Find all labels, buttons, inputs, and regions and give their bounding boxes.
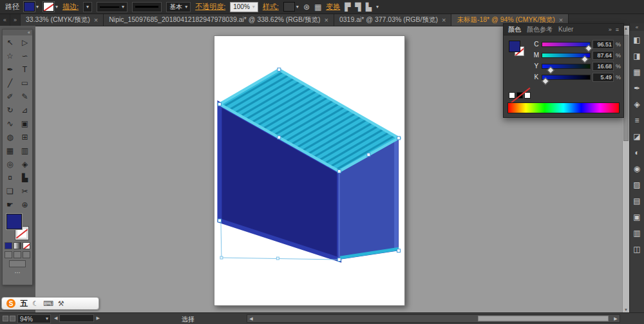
ime-mode-label[interactable]: 五 bbox=[20, 298, 28, 309]
color-slider-track[interactable] bbox=[542, 53, 591, 58]
next-artboard-icon[interactable]: ▶ bbox=[96, 316, 99, 321]
tab-color[interactable]: 颜色 bbox=[508, 25, 521, 34]
free-transform-tool[interactable]: ▣ bbox=[17, 117, 32, 130]
fill-color-swatch[interactable] bbox=[24, 2, 35, 12]
tab-kuler[interactable]: Kuler bbox=[558, 26, 573, 33]
selection-handle[interactable] bbox=[367, 153, 370, 157]
selection-handle[interactable] bbox=[397, 249, 401, 253]
transparency-panel-icon[interactable]: ◐ bbox=[634, 149, 639, 157]
pathfinder-panel-icon[interactable]: ◫ bbox=[633, 245, 640, 253]
selection-handle[interactable] bbox=[278, 136, 281, 139]
scale-tool[interactable]: ⊿ bbox=[17, 103, 32, 117]
panel-menu-icon[interactable]: ≡ bbox=[616, 26, 619, 33]
color-guide-panel-icon[interactable]: ◨ bbox=[633, 52, 640, 60]
blend-tool[interactable]: ◈ bbox=[17, 157, 32, 171]
lasso-tool[interactable]: ∽ bbox=[17, 49, 32, 62]
tab-color-guide[interactable]: 颜色参考 bbox=[527, 25, 553, 34]
none-swatch[interactable] bbox=[509, 92, 515, 99]
tab-close-icon[interactable]: × bbox=[442, 17, 446, 24]
width-tool[interactable]: ∿ bbox=[3, 117, 17, 130]
stroke-link[interactable]: 描边: bbox=[62, 2, 79, 12]
color-slider-track[interactable] bbox=[542, 64, 591, 69]
screen-mode-button[interactable] bbox=[9, 260, 26, 267]
align-panel-icon[interactable]: ▥ bbox=[633, 229, 640, 237]
color-slider-thumb[interactable] bbox=[542, 77, 549, 84]
fill-swatch[interactable] bbox=[509, 41, 520, 52]
document-setup-icon[interactable]: ▦ bbox=[314, 3, 321, 11]
selection-handle[interactable] bbox=[337, 170, 341, 173]
channel-value[interactable]: 96.51 bbox=[592, 40, 614, 49]
selection-handle[interactable] bbox=[218, 102, 221, 106]
color-slider-track[interactable] bbox=[542, 42, 591, 47]
hand-tool[interactable]: ☛ bbox=[3, 198, 17, 211]
gradient-panel-icon[interactable]: ◪ bbox=[633, 133, 640, 140]
channel-value[interactable]: 16.68 bbox=[592, 62, 614, 71]
color-spectrum-bar[interactable] bbox=[507, 102, 620, 113]
selection-tool[interactable]: ↖ bbox=[3, 35, 17, 49]
align-left-icon[interactable]: ▛ bbox=[345, 3, 350, 11]
white-swatch[interactable] bbox=[524, 92, 531, 99]
tab-close-icon[interactable]: × bbox=[559, 17, 563, 24]
fill-color-box[interactable] bbox=[6, 214, 22, 229]
moon-icon[interactable]: ☾ bbox=[32, 300, 39, 307]
magic-wand-tool[interactable]: ☆ bbox=[3, 49, 17, 62]
style-link[interactable]: 样式: bbox=[263, 2, 279, 12]
gradient-tool[interactable]: ▥ bbox=[17, 144, 32, 157]
tab-close-icon[interactable]: × bbox=[94, 17, 98, 24]
appearance-panel-icon[interactable]: ◉ bbox=[634, 165, 640, 173]
keyboard-icon[interactable]: ⌨ bbox=[43, 300, 53, 307]
selection-handle[interactable] bbox=[337, 258, 341, 262]
brushes-panel-icon[interactable]: ✒ bbox=[634, 84, 640, 92]
document-tab[interactable]: 0319.ai* @ 377.03% (RGB/预览)× bbox=[334, 14, 452, 26]
scroll-down-icon[interactable]: ▼ bbox=[623, 308, 629, 312]
symbols-panel-icon[interactable]: ◈ bbox=[634, 100, 639, 108]
fill-stroke-control[interactable] bbox=[6, 213, 29, 240]
status-mini-icon[interactable] bbox=[10, 316, 15, 321]
scroll-left-icon[interactable]: ◀ bbox=[247, 315, 255, 322]
opacity-dropdown[interactable]: 100%▾ bbox=[230, 2, 258, 12]
caret-down-icon[interactable]: ▾ bbox=[376, 5, 379, 10]
style-swatch[interactable] bbox=[283, 2, 295, 12]
recolor-artwork-icon[interactable]: ⊛ bbox=[303, 3, 310, 11]
fill-stroke-indicator[interactable] bbox=[509, 41, 529, 61]
align-right-icon[interactable]: ▙ bbox=[366, 3, 372, 11]
pen-tool[interactable]: ✒ bbox=[3, 62, 17, 76]
document-tab[interactable]: 33.33% (CMYK/预览)× bbox=[21, 14, 104, 26]
mesh-tool[interactable]: ▦ bbox=[3, 144, 17, 157]
color-slider-track[interactable] bbox=[542, 75, 591, 80]
caret-down-icon[interactable]: ▾ bbox=[55, 5, 58, 10]
artboard-number-field[interactable] bbox=[59, 314, 94, 322]
shape-builder-tool[interactable]: ◍ bbox=[3, 130, 17, 144]
rectangle-tool[interactable]: ▭ bbox=[17, 76, 32, 90]
wrench-icon[interactable]: ⚒ bbox=[58, 300, 64, 307]
horizontal-scrollbar[interactable]: ◀ ▶ bbox=[247, 314, 620, 323]
eyedropper-tool[interactable]: ◎ bbox=[3, 157, 17, 171]
collapse-icon[interactable]: « bbox=[28, 30, 30, 35]
tab-scroll-left-icon[interactable]: « bbox=[0, 14, 10, 26]
opacity-link[interactable]: 不透明度: bbox=[195, 2, 225, 12]
stroke-weight-dropdown[interactable]: ▾ bbox=[83, 2, 92, 12]
path-anchor[interactable] bbox=[220, 256, 223, 259]
stroke-panel-icon[interactable]: ≡ bbox=[634, 117, 639, 124]
scroll-right-icon[interactable]: ▶ bbox=[612, 315, 620, 322]
path-anchor[interactable] bbox=[276, 257, 279, 260]
ime-logo[interactable]: S bbox=[6, 299, 15, 308]
none-button[interactable] bbox=[23, 242, 30, 249]
direct-selection-tool[interactable]: ▷ bbox=[17, 35, 32, 49]
selection-handle[interactable] bbox=[397, 137, 401, 140]
toolbar-footer-dots[interactable]: ⋯ bbox=[3, 269, 32, 276]
document-tab[interactable]: Nipic_15097685_20180412182947978039.ai* … bbox=[104, 14, 334, 26]
expand-panel-icon[interactable]: » bbox=[609, 26, 612, 33]
caret-down-icon[interactable]: ▾ bbox=[36, 5, 39, 10]
column-graph-tool[interactable]: ▙ bbox=[17, 171, 32, 184]
line-segment-tool[interactable]: ╱ bbox=[3, 76, 17, 90]
caret-down-icon[interactable]: ▾ bbox=[296, 5, 299, 10]
toolbar-grip[interactable]: « bbox=[3, 30, 32, 35]
slice-tool[interactable]: ✂ bbox=[17, 184, 32, 198]
rotate-tool[interactable]: ↻ bbox=[3, 103, 17, 117]
color-panel-icon[interactable]: ◧ bbox=[633, 36, 640, 44]
color-button[interactable] bbox=[5, 242, 12, 249]
draw-inside-button[interactable] bbox=[23, 251, 30, 258]
channel-value[interactable]: 87.64 bbox=[592, 51, 614, 60]
symbol-sprayer-tool[interactable]: ¤ bbox=[3, 171, 17, 184]
